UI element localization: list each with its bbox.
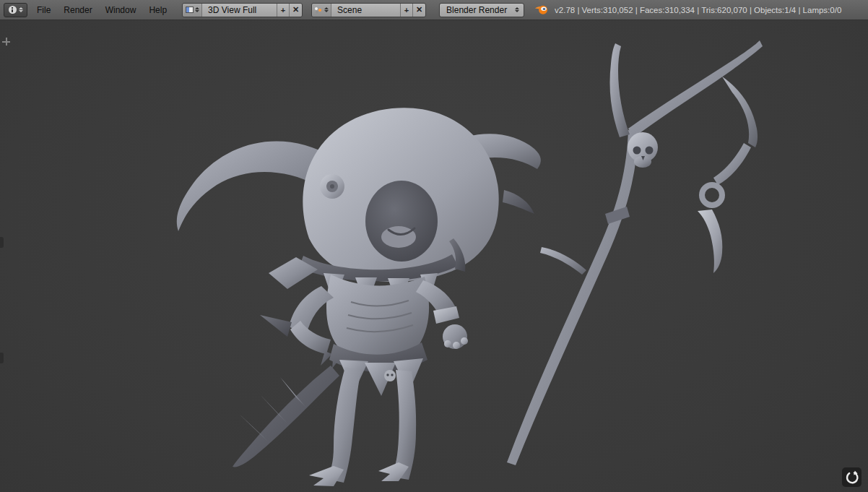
scene-delete-button[interactable]: ✕ bbox=[413, 4, 425, 17]
menu-help[interactable]: Help bbox=[142, 0, 173, 20]
screen-layout-delete-button[interactable]: ✕ bbox=[290, 4, 302, 17]
skull-staff-sculpt[interactable] bbox=[507, 40, 763, 465]
double-arrow-icon bbox=[195, 7, 199, 12]
scene-name-field[interactable]: Scene bbox=[331, 4, 401, 17]
info-editor-icon bbox=[9, 6, 17, 14]
screen-layout-icon bbox=[186, 7, 194, 13]
scene-browse-button[interactable] bbox=[312, 4, 331, 17]
scene-icon bbox=[314, 7, 323, 14]
region-collapse-tab[interactable] bbox=[0, 353, 4, 363]
render-engine-select[interactable]: Blender Render bbox=[439, 3, 524, 17]
region-collapse-tab[interactable] bbox=[0, 237, 4, 248]
region-split-handle[interactable] bbox=[2, 38, 10, 46]
double-arrow-icon bbox=[19, 7, 23, 12]
screen-layout-browse-button[interactable] bbox=[183, 4, 202, 17]
double-arrow-icon bbox=[515, 7, 519, 12]
screen-layout-selector: 3D View Full + ✕ bbox=[182, 3, 303, 17]
blender-window: File Render Window Help 3D View Full + ✕… bbox=[0, 0, 868, 492]
circular-arrow-icon[interactable] bbox=[842, 467, 862, 487]
menu-render[interactable]: Render bbox=[57, 0, 98, 20]
render-engine-value: Blender Render bbox=[446, 5, 507, 15]
info-header-bar: File Render Window Help 3D View Full + ✕… bbox=[0, 0, 868, 20]
editor-type-button[interactable] bbox=[4, 3, 27, 17]
menu-bar: File Render Window Help bbox=[30, 0, 173, 20]
scene-statistics: v2.78 | Verts:310,052 | Faces:310,334 | … bbox=[555, 6, 868, 14]
viewport-canvas[interactable] bbox=[0, 20, 868, 492]
screen-layout-name-field[interactable]: 3D View Full bbox=[202, 4, 277, 17]
screen-layout-add-button[interactable]: + bbox=[277, 4, 290, 17]
scene-selector: Scene + ✕ bbox=[311, 3, 426, 17]
menu-file[interactable]: File bbox=[30, 0, 57, 20]
viewport-3d[interactable] bbox=[0, 20, 868, 492]
menu-window[interactable]: Window bbox=[99, 0, 143, 20]
chibi-demon-character-sculpt[interactable] bbox=[177, 108, 541, 486]
blender-logo bbox=[534, 4, 549, 16]
double-arrow-icon bbox=[324, 7, 329, 12]
scene-add-button[interactable]: + bbox=[401, 4, 413, 17]
